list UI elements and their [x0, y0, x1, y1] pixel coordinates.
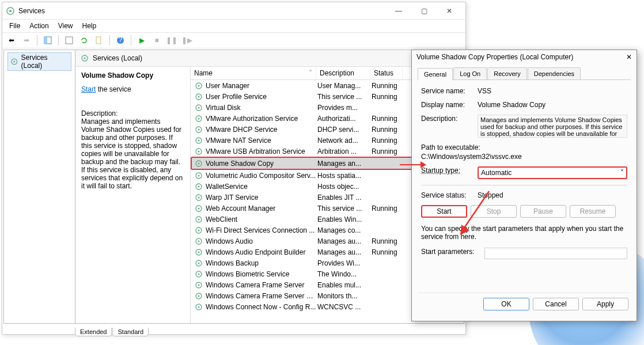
row-desc: WCNCSVC ...	[317, 303, 372, 311]
value-description[interactable]: Manages and implements Volume Shadow Cop…	[478, 115, 627, 138]
row-name: User Manager	[206, 82, 317, 90]
menu-help[interactable]: Help	[78, 21, 101, 31]
body: Services (Local) Services (Local) Volume…	[3, 50, 464, 324]
close-icon[interactable]: ✕	[626, 53, 632, 61]
svg-point-47	[198, 273, 200, 275]
hint-text: You can specify the start parameters tha…	[421, 225, 627, 241]
row-name: Windows Biometric Service	[206, 270, 317, 278]
gear-icon	[80, 54, 89, 63]
svg-point-13	[198, 85, 200, 86]
row-name: User Profile Service	[206, 93, 317, 101]
forward-button[interactable]: ➡	[20, 34, 33, 47]
svg-point-37	[198, 218, 200, 220]
row-desc: Hosts spatia...	[317, 172, 372, 180]
tree-item-services-local[interactable]: Services (Local)	[7, 52, 71, 71]
gear-icon	[10, 57, 19, 66]
row-desc: Enables mul...	[317, 281, 372, 289]
start-params-input[interactable]	[484, 248, 627, 259]
gear-icon	[194, 270, 203, 279]
apply-button[interactable]: Apply	[582, 298, 628, 310]
svg-text:?: ?	[119, 36, 123, 44]
tab-logon[interactable]: Log On	[453, 67, 487, 79]
label-description: Description:	[421, 115, 478, 138]
tab-extended[interactable]: Extended	[75, 328, 112, 336]
label-service-status: Service status:	[421, 191, 478, 199]
label-display-name: Display name:	[421, 101, 478, 109]
row-name: Windows Connect Now - Config R...	[206, 303, 317, 311]
row-desc: Enables Win...	[317, 215, 372, 223]
minimize-button[interactable]: —	[386, 3, 411, 19]
gear-icon	[194, 182, 203, 191]
close-button[interactable]: ✕	[437, 3, 462, 19]
export-button[interactable]	[62, 34, 76, 47]
start-button[interactable]: Start	[421, 205, 467, 218]
restart-service-button[interactable]: ❚▶	[180, 34, 194, 47]
row-name: VMware DHCP Service	[206, 126, 317, 134]
tab-general[interactable]: General	[418, 68, 453, 80]
tab-standard[interactable]: Standard	[112, 328, 149, 336]
col-description[interactable]: Description	[316, 67, 370, 79]
menu-file[interactable]: File	[5, 21, 25, 31]
toolbar-divider	[109, 35, 110, 46]
startup-type-select[interactable]: Automatic ˅	[478, 166, 627, 179]
start-service-line: Start the service	[81, 85, 184, 93]
row-name: Web Account Manager	[206, 204, 317, 213]
row-name: Volumetric Audio Compositor Serv...	[206, 172, 317, 180]
titlebar[interactable]: Services — ▢ ✕	[2, 2, 465, 20]
properties-button[interactable]	[92, 34, 106, 47]
label-service-name: Service name:	[421, 87, 478, 95]
bottom-tabs: Extended Standard	[2, 325, 465, 336]
show-hide-button[interactable]	[41, 34, 55, 47]
tab-recovery[interactable]: Recovery	[487, 67, 526, 79]
services-icon	[6, 6, 15, 16]
row-status: Running	[372, 82, 404, 90]
svg-rect-3	[44, 37, 47, 44]
pause-service-button[interactable]: ❚❚	[165, 34, 179, 47]
start-service-button[interactable]: ▶	[135, 34, 149, 47]
tab-content: Service name:VSS Display name:Volume Sha…	[418, 80, 631, 293]
row-desc: Authorizati...	[317, 115, 372, 123]
gear-icon	[194, 193, 203, 202]
properties-dialog: Volume Shadow Copy Properties (Local Com…	[411, 50, 637, 321]
stop-service-button[interactable]: ■	[150, 34, 164, 47]
menu-action[interactable]: Action	[25, 21, 53, 31]
value-service-status: Stopped	[478, 191, 627, 199]
cancel-button[interactable]: Cancel	[533, 298, 579, 310]
svg-point-15	[198, 96, 200, 97]
svg-point-51	[198, 295, 200, 297]
gear-icon	[194, 81, 203, 90]
menubar: File Action View Help	[2, 20, 465, 32]
row-name: Windows Audio	[206, 237, 317, 245]
help-button[interactable]: ?	[113, 34, 127, 47]
resume-button-label: Resume	[580, 207, 606, 215]
svg-point-11	[84, 58, 86, 59]
back-button[interactable]: ⬅	[5, 34, 18, 47]
row-status: Running	[372, 147, 404, 156]
row-desc: Hosts objec...	[317, 183, 372, 191]
toolbar-divider	[37, 35, 37, 46]
value-path: C:\Windows\system32\vssvc.exe	[421, 153, 627, 161]
tree-item-label: Services (Local)	[21, 54, 69, 70]
gear-icon	[194, 248, 203, 257]
value-display-name: Volume Shadow Copy	[478, 101, 627, 109]
tab-dependencies[interactable]: Dependencies	[528, 67, 581, 79]
start-link[interactable]: Start	[81, 85, 96, 93]
row-desc: Manages co...	[317, 226, 372, 234]
maximize-button[interactable]: ▢	[411, 3, 437, 19]
col-status[interactable]: Status	[370, 67, 403, 79]
dialog-footer: OK Cancel Apply	[418, 293, 631, 315]
row-name: Wi-Fi Direct Services Connection ...	[206, 226, 317, 234]
desc-text: Manages and implements Volume Shadow Cop…	[81, 117, 184, 190]
gear-icon	[194, 226, 203, 235]
dialog-title: Volume Shadow Copy Properties (Local Com…	[416, 53, 626, 61]
gear-icon	[194, 237, 203, 246]
col-name[interactable]: Name˄	[191, 67, 316, 79]
dialog-titlebar[interactable]: Volume Shadow Copy Properties (Local Com…	[412, 50, 637, 64]
pane-body: Volume Shadow Copy Start the service Des…	[75, 67, 464, 323]
toolbar-divider	[58, 35, 59, 46]
menu-view[interactable]: View	[54, 21, 78, 31]
gear-icon	[194, 103, 203, 112]
ok-button[interactable]: OK	[483, 298, 529, 310]
refresh-button[interactable]	[77, 34, 91, 47]
chevron-down-icon: ˅	[620, 169, 624, 177]
